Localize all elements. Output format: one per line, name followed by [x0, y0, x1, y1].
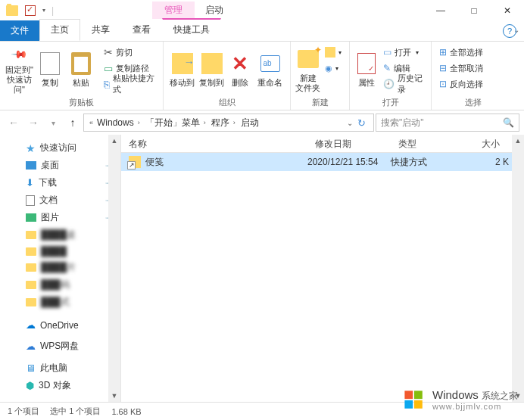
file-row[interactable]: 便笺 2020/12/21 15:54 快捷方式 2 K: [121, 153, 524, 171]
folder-icon: [26, 247, 36, 256]
file-pane: 名称 修改日期 类型 大小 便笺 2020/12/21 15:54 快捷方式 2…: [121, 135, 524, 402]
folder-icon: [26, 231, 36, 239]
move-to-button[interactable]: 移动到: [168, 45, 196, 95]
close-button[interactable]: ✕: [491, 0, 524, 21]
sidebar-item-this-pc[interactable]: 🖥此电脑: [0, 359, 120, 377]
cut-button[interactable]: ✂剪切: [101, 45, 158, 60]
file-list[interactable]: 便笺 2020/12/21 15:54 快捷方式 2 K: [121, 153, 524, 402]
sidebar-item-onedrive[interactable]: ☁OneDrive: [0, 317, 120, 333]
invert-selection-button[interactable]: ⊡反向选择: [436, 76, 486, 92]
ribbon-group-organize: 移动到 复制到 ✕ 删除 重命名 组织: [164, 42, 291, 110]
sidebar-item-downloads[interactable]: ⬇下载📌: [0, 174, 120, 191]
file-scrollbar[interactable]: ▲ ▼: [512, 135, 524, 402]
breadcrumb-dropdown-icon[interactable]: ⌄: [347, 119, 353, 127]
qat-item-icon[interactable]: [24, 5, 36, 17]
copy-to-button[interactable]: 复制到: [198, 45, 226, 95]
ribbon-group-clipboard: 📌 固定到" 快速访问" 复制 粘贴 ✂剪切 ▭复制路径 ⎘粘贴快捷方式 剪贴板: [0, 42, 164, 110]
recent-locations-button[interactable]: ▾: [44, 114, 62, 132]
select-none-button[interactable]: ⊟全部取消: [436, 61, 486, 76]
new-folder-button[interactable]: 新建 文件夹: [295, 45, 320, 95]
ribbon-group-new: 新建 文件夹 ▾ ◉▾ 新建: [291, 42, 350, 110]
sidebar-item-pinned[interactable]: ███式: [0, 294, 120, 311]
move-icon: [172, 53, 193, 74]
sidebar-item-quick-access[interactable]: ★快速访问: [0, 139, 120, 157]
maximize-button[interactable]: □: [457, 0, 491, 21]
open-button[interactable]: ▭打开▾: [380, 45, 426, 60]
history-icon: 🕘: [383, 79, 395, 89]
rename-button[interactable]: 重命名: [254, 45, 285, 95]
tab-file[interactable]: 文件: [0, 20, 39, 41]
breadcrumb[interactable]: « Windows› 「开始」菜单› 程序› 启动 ⌄ ↻: [83, 114, 374, 132]
refresh-button[interactable]: ↻: [353, 117, 370, 129]
sidebar-item-pictures[interactable]: 图片📌: [0, 209, 120, 226]
ribbon-group-select: ⊞全部选择 ⊟全部取消 ⊡反向选择 选择: [432, 42, 515, 110]
tab-shortcut-tools[interactable]: 快捷工具: [162, 18, 221, 41]
new-item-button[interactable]: ▾: [322, 45, 345, 60]
folder-icon: [26, 281, 36, 289]
back-button[interactable]: ←: [5, 114, 23, 132]
tab-view[interactable]: 查看: [121, 19, 162, 41]
breadcrumb-segment[interactable]: 「开始」菜单›: [144, 117, 210, 129]
group-label-open: 打开: [354, 95, 426, 108]
sidebar-item-pinned[interactable]: ████桌: [0, 226, 120, 244]
copy-button[interactable]: 复制: [36, 45, 65, 95]
sidebar-item-pinned[interactable]: ███码: [0, 276, 120, 294]
quick-access-toolbar: ▾ |: [0, 5, 54, 17]
edit-icon: ✎: [383, 63, 391, 73]
properties-button[interactable]: 属性: [354, 45, 379, 95]
easy-access-button[interactable]: ◉▾: [322, 61, 345, 76]
tab-share[interactable]: 共享: [80, 19, 121, 41]
document-icon: [26, 195, 35, 206]
chevron-right-icon: ›: [136, 119, 142, 126]
delete-button[interactable]: ✕ 删除: [228, 45, 254, 95]
file-name: 便笺: [145, 156, 164, 169]
select-all-button[interactable]: ⊞全部选择: [436, 45, 486, 60]
scroll-up-icon[interactable]: ▲: [108, 135, 120, 147]
search-placeholder: 搜索"启动": [381, 117, 424, 129]
window-controls: — □ ✕: [424, 0, 524, 21]
onedrive-icon: ☁: [26, 319, 36, 331]
chevron-left-icon[interactable]: «: [87, 119, 95, 126]
column-name[interactable]: 名称: [121, 135, 307, 152]
paste-shortcut-button[interactable]: ⎘粘贴快捷方式: [101, 76, 158, 92]
status-bar: 1 个项目 选中 1 个项目 1.68 KB: [0, 402, 524, 420]
chevron-down-icon: ▾: [338, 49, 342, 56]
sidebar-item-3d-objects[interactable]: ⬢3D 对象: [0, 377, 120, 394]
forward-button[interactable]: →: [24, 114, 42, 132]
status-size: 1.68 KB: [111, 407, 141, 416]
qat-dropdown-icon[interactable]: ▾: [42, 7, 45, 14]
minimize-button[interactable]: —: [424, 0, 457, 21]
column-date[interactable]: 修改日期: [307, 135, 391, 152]
breadcrumb-segment[interactable]: Windows›: [95, 117, 144, 128]
search-input[interactable]: 搜索"启动" 🔍: [376, 114, 519, 132]
up-button[interactable]: ↑: [64, 114, 82, 132]
breadcrumb-segment[interactable]: 启动: [239, 117, 260, 129]
title-bar: ▾ | 管理 启动 — □ ✕: [0, 0, 524, 21]
sidebar-item-pinned[interactable]: ████: [0, 244, 120, 259]
sidebar-item-pinned[interactable]: ████片: [0, 259, 120, 276]
breadcrumb-segment[interactable]: 程序›: [210, 117, 239, 129]
sidebar-item-documents[interactable]: 文档📌: [0, 191, 120, 209]
sidebar-item-desktop[interactable]: 桌面📌: [0, 157, 120, 174]
copy-label: 复制: [42, 78, 58, 88]
sidebar-item-wps[interactable]: ☁WPS网盘: [0, 338, 120, 355]
pin-quick-access-button[interactable]: 📌 固定到" 快速访问": [5, 45, 34, 95]
scroll-down-icon[interactable]: ▼: [512, 390, 524, 402]
status-item-count: 1 个项目: [8, 406, 39, 417]
help-button[interactable]: ?: [503, 24, 516, 38]
folder-icon: [6, 5, 18, 17]
tab-home[interactable]: 主页: [39, 19, 80, 41]
paste-button[interactable]: 粘贴: [67, 45, 96, 95]
history-button[interactable]: 🕘历史记录: [380, 76, 426, 92]
easy-access-icon: ◉: [325, 64, 332, 73]
pin-icon: 📌: [11, 45, 27, 61]
chevron-right-icon: ›: [231, 119, 238, 126]
content-area: ★快速访问 桌面📌 ⬇下载📌 文档📌 图片📌 ████桌 ████ ████片 …: [0, 135, 524, 402]
path-icon: ▭: [104, 63, 113, 74]
sidebar-scrollbar[interactable]: ▲ ▼: [108, 135, 120, 402]
pc-icon: 🖥: [26, 362, 36, 374]
scroll-up-icon[interactable]: ▲: [512, 135, 524, 147]
column-type[interactable]: 类型: [391, 135, 474, 152]
context-tab-manage[interactable]: 管理: [152, 2, 195, 19]
scroll-down-icon[interactable]: ▼: [108, 390, 120, 402]
